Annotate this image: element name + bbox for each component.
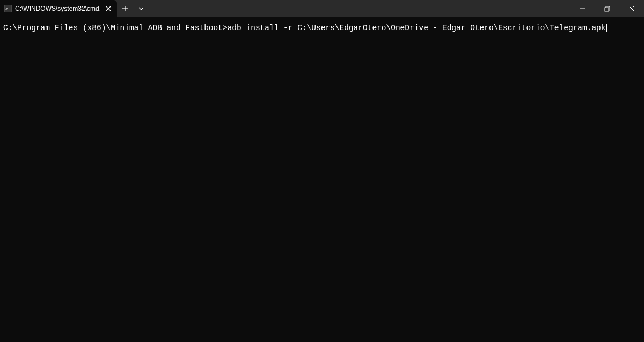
active-tab[interactable]: >_ C:\WINDOWS\system32\cmd. (0, 0, 117, 17)
new-tab-button[interactable] (117, 0, 133, 17)
titlebar: >_ C:\WINDOWS\system32\cmd. (0, 0, 644, 17)
close-window-button[interactable] (619, 0, 644, 17)
window-controls (570, 0, 644, 17)
command-input: adb install -r C:\Users\EdgarOtero\OneDr… (228, 24, 606, 32)
tab-dropdown-button[interactable] (133, 0, 149, 17)
minimize-button[interactable] (570, 0, 595, 17)
terminal-area[interactable]: C:\Program Files (x86)\Minimal ADB and F… (0, 17, 644, 39)
tab-title: C:\WINDOWS\system32\cmd. (15, 5, 101, 12)
tab-close-button[interactable] (104, 4, 113, 13)
titlebar-drag-area[interactable] (149, 0, 570, 17)
svg-text:>_: >_ (5, 6, 11, 11)
svg-rect-7 (605, 8, 609, 11)
maximize-button[interactable] (595, 0, 619, 17)
text-cursor (606, 24, 607, 32)
cmd-icon: >_ (4, 5, 12, 12)
prompt-path: C:\Program Files (x86)\Minimal ADB and F… (3, 24, 228, 32)
